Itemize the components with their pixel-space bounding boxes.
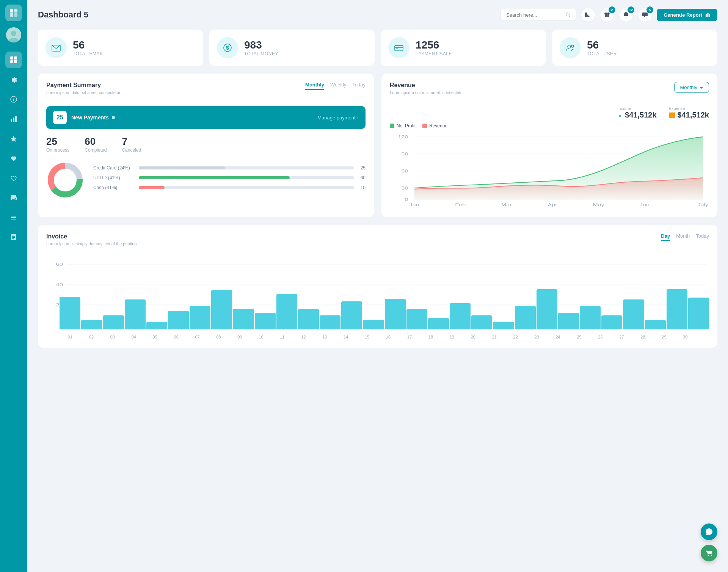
invoice-bar[interactable]: [81, 320, 102, 329]
svg-rect-2: [10, 13, 13, 17]
invoice-bar[interactable]: [298, 309, 319, 329]
bar-label-credit: Credit Card (24%): [93, 165, 135, 171]
invoice-bar[interactable]: [601, 315, 622, 329]
panels-row: Payment Summary Lorem ipsum dolor sit am…: [38, 74, 717, 217]
invoice-tab-today[interactable]: Today: [696, 233, 709, 241]
gift-badge: 2: [609, 6, 615, 13]
tab-today[interactable]: Today: [352, 82, 366, 90]
payment-summary-subtitle: Lorem ipsum dolor sit amet, consectetur: [46, 90, 121, 95]
legend-revenue: Revenue: [422, 123, 447, 129]
sidebar-item-print[interactable]: [5, 190, 22, 206]
invoice-bar[interactable]: [667, 289, 687, 329]
sidebar-item-heart2[interactable]: [5, 170, 22, 186]
invoice-tab-day[interactable]: Day: [661, 233, 670, 241]
cart-fab[interactable]: [701, 545, 717, 561]
search-input[interactable]: [506, 12, 562, 18]
stat-payment-label: PAYMENT SALE: [416, 51, 452, 56]
invoice-bar[interactable]: [211, 290, 232, 329]
sidebar-logo[interactable]: [5, 5, 22, 21]
invoice-bar[interactable]: [125, 299, 146, 329]
bar-row-upi: UPI ID (41%) 60: [93, 175, 366, 180]
svg-rect-22: [11, 217, 16, 218]
bar-row-credit: Credit Card (24%) 25: [93, 165, 366, 171]
svg-text:90: 90: [402, 152, 408, 156]
svg-rect-17: [11, 195, 16, 197]
sidebar-item-analytics[interactable]: [5, 111, 22, 127]
invoice-bar[interactable]: [558, 313, 579, 329]
on-process-label: On process: [46, 147, 69, 153]
new-payments-left: 25 New Payments: [53, 111, 115, 124]
invoice-bar[interactable]: [623, 299, 644, 329]
invoice-bar[interactable]: [341, 301, 362, 329]
dark-mode-button[interactable]: [581, 8, 595, 22]
invoice-bar[interactable]: [320, 315, 340, 329]
revenue-monthly-dropdown[interactable]: Monthly: [674, 82, 709, 93]
svg-rect-14: [13, 118, 14, 122]
payment-summary-tabs: Monthly Weekly Today: [305, 82, 366, 90]
invoice-bar[interactable]: [60, 297, 80, 329]
svg-rect-23: [11, 219, 16, 219]
payment-bars: Credit Card (24%) 25 UPI ID (41%) 60: [93, 165, 366, 195]
manage-payment-link[interactable]: Manage payment ›: [317, 115, 359, 121]
invoice-bar[interactable]: [450, 303, 471, 329]
canceled-label: Canceled: [122, 147, 141, 153]
revenue-dot: [422, 124, 427, 128]
invoice-bar[interactable]: [515, 306, 536, 329]
avatar[interactable]: [6, 27, 21, 42]
invoice-bar[interactable]: [233, 309, 254, 329]
payment-stats-row: 25 On process 60 Completed 7 Canceled: [46, 136, 366, 153]
stat-card-email: 56 TOTAL EMAIL: [38, 30, 203, 66]
invoice-bar[interactable]: [168, 311, 189, 329]
invoice-bar[interactable]: [688, 298, 709, 329]
invoice-tab-month[interactable]: Month: [676, 233, 690, 241]
sidebar-item-list[interactable]: [5, 209, 22, 226]
bell-button[interactable]: 12: [619, 8, 633, 22]
tab-monthly[interactable]: Monthly: [305, 82, 324, 90]
sidebar-item-settings[interactable]: [5, 71, 22, 88]
payment-summary-title: Payment Summary: [46, 82, 121, 89]
dot-indicator: [112, 116, 115, 119]
svg-rect-36: [708, 13, 709, 17]
invoice-bar[interactable]: [580, 306, 601, 329]
header-actions: 2 12 5 Generate Report: [500, 8, 717, 22]
sidebar-item-heart1[interactable]: [5, 150, 22, 167]
sidebar-item-info[interactable]: i: [5, 91, 22, 108]
svg-point-76: [708, 555, 709, 556]
chat-button[interactable]: 5: [638, 8, 652, 22]
invoice-bar[interactable]: [363, 320, 384, 329]
invoice-bar[interactable]: [146, 322, 167, 329]
sidebar-item-favorites[interactable]: [5, 130, 22, 147]
payment-summary-header: Payment Summary Lorem ipsum dolor sit am…: [46, 82, 366, 101]
stat-card-payment: 1256 PAYMENT SALE: [381, 30, 546, 66]
bar-fill-upi: [139, 176, 290, 179]
invoice-bar[interactable]: [276, 294, 297, 329]
gift-button[interactable]: 2: [600, 8, 614, 22]
bar-val-upi: 60: [358, 175, 366, 180]
invoice-bar[interactable]: [471, 315, 492, 329]
tab-weekly[interactable]: Weekly: [330, 82, 346, 90]
svg-point-77: [711, 555, 712, 556]
income-stat: Income ▲ $41,512k: [617, 106, 656, 119]
stat-card-money: $ 983 TOTAL MONEY: [209, 30, 375, 66]
invoice-bar[interactable]: [406, 309, 427, 329]
invoice-bar[interactable]: [645, 320, 666, 329]
money-icon: $: [217, 37, 238, 58]
svg-marker-16: [11, 136, 17, 142]
invoice-bar[interactable]: [537, 289, 557, 329]
invoice-bar[interactable]: [385, 299, 406, 329]
search-box[interactable]: [500, 9, 576, 21]
sidebar-item-dashboard[interactable]: [5, 52, 22, 68]
sidebar-item-reports[interactable]: [5, 229, 22, 246]
invoice-bar[interactable]: [103, 315, 124, 329]
invoice-bar[interactable]: [493, 322, 514, 329]
invoice-bar[interactable]: [255, 313, 276, 329]
donut-chart: [46, 161, 84, 199]
bell-badge: 12: [628, 6, 634, 13]
svg-text:0: 0: [405, 197, 408, 202]
generate-report-button[interactable]: Generate Report: [657, 9, 717, 21]
svg-rect-44: [396, 49, 398, 49]
chat-fab[interactable]: [701, 523, 717, 540]
invoice-bar[interactable]: [190, 306, 210, 329]
invoice-bar[interactable]: [428, 318, 449, 329]
stat-email-info: 56 TOTAL EMAIL: [73, 39, 104, 56]
